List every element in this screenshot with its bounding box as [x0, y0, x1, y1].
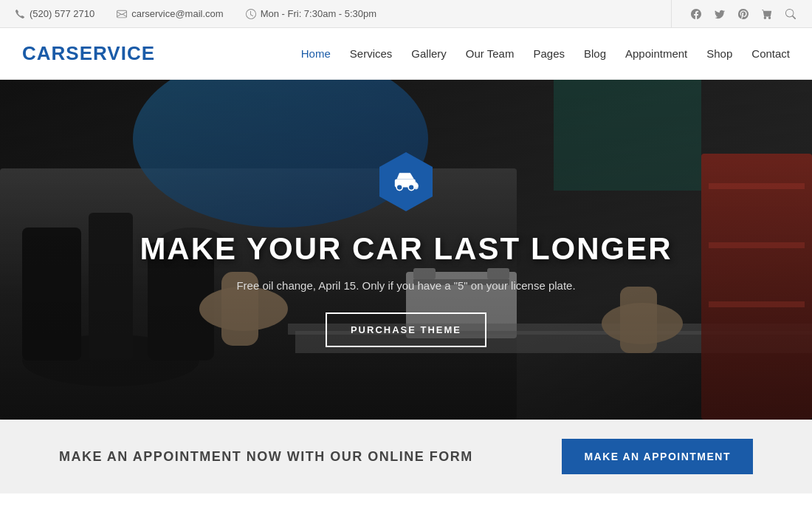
main-nav: Home Services Gallery Our Team Pages Blo…	[301, 47, 790, 60]
pinterest-icon[interactable]	[737, 7, 750, 21]
top-bar-left: (520) 577 2710 carservice@mail.com Mon -…	[15, 8, 376, 19]
svg-point-26	[408, 185, 414, 191]
email-item: carservice@mail.com	[117, 8, 223, 19]
nav-blog[interactable]: Blog	[584, 47, 606, 60]
logo: CARSERVICE	[22, 42, 155, 65]
hero-subtitle: Free oil change, April 15. Only if you h…	[236, 279, 575, 292]
topbar-divider	[671, 0, 672, 28]
header: CARSERVICE Home Services Gallery Our Tea…	[0, 28, 812, 80]
hero-title: MAKE YOUR CAR LAST LONGER	[140, 232, 672, 266]
car-oil-icon	[391, 167, 421, 196]
hero-hexagon-icon	[376, 152, 436, 211]
phone-item: (520) 577 2710	[15, 8, 94, 19]
top-bar: (520) 577 2710 carservice@mail.com Mon -…	[0, 0, 812, 28]
hero-section: MAKE YOUR CAR LAST LONGER Free oil chang…	[0, 80, 812, 420]
facebook-icon[interactable]	[689, 7, 703, 21]
nav-contact[interactable]: Contact	[751, 47, 790, 60]
nav-pages[interactable]: Pages	[533, 47, 565, 60]
nav-list: Home Services Gallery Our Team Pages Blo…	[301, 47, 790, 60]
search-icon[interactable]	[784, 7, 797, 21]
purchase-theme-button[interactable]: PURCHASE THEME	[326, 312, 486, 347]
nav-appointment[interactable]: Appointment	[625, 47, 687, 60]
nav-shop[interactable]: Shop	[706, 47, 732, 60]
cta-text: MAKE AN APPOINTMENT NOW WITH OUR ONLINE …	[59, 449, 473, 465]
hours-text: Mon - Fri: 7:30am - 5:30pm	[261, 8, 377, 19]
hero-content: MAKE YOUR CAR LAST LONGER Free oil chang…	[140, 152, 672, 347]
svg-point-25	[396, 185, 402, 191]
nav-gallery[interactable]: Gallery	[411, 47, 447, 60]
cart-icon[interactable]	[760, 7, 774, 21]
phone-text: (520) 577 2710	[30, 8, 94, 19]
nav-services[interactable]: Services	[350, 47, 393, 60]
nav-our-team[interactable]: Our Team	[466, 47, 515, 60]
cta-bar: MAKE AN APPOINTMENT NOW WITH OUR ONLINE …	[0, 420, 812, 493]
hours-item: Mon - Fri: 7:30am - 5:30pm	[246, 8, 377, 19]
phone-icon	[15, 9, 25, 19]
email-text: carservice@mail.com	[131, 8, 223, 19]
make-appointment-button[interactable]: MAKE AN APPOINTMENT	[562, 439, 753, 474]
email-icon	[117, 9, 127, 19]
clock-icon	[246, 9, 256, 19]
twitter-icon[interactable]	[713, 7, 726, 21]
top-bar-right	[664, 0, 797, 28]
nav-home[interactable]: Home	[301, 47, 331, 60]
